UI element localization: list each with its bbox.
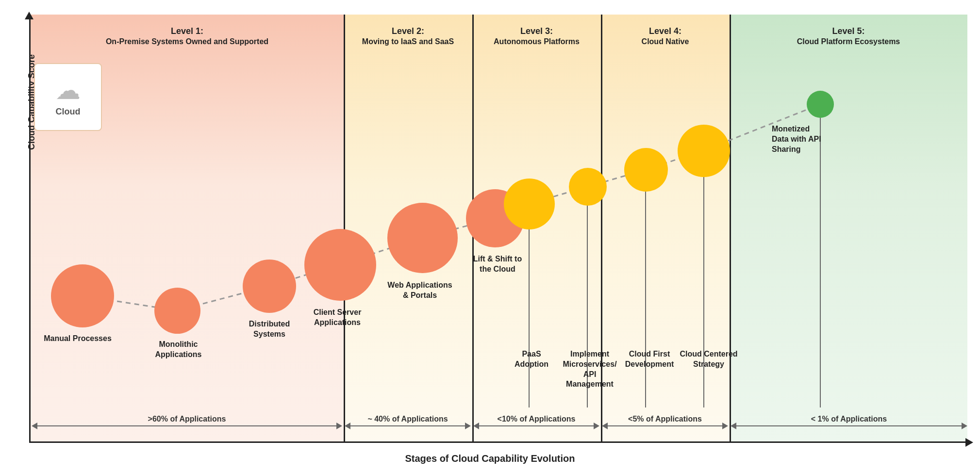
chart-container: Level 1: On-Premise Systems Owned and Su… xyxy=(0,0,980,472)
bubble-cloud-first xyxy=(624,148,668,192)
pct-level1-arrow-right xyxy=(336,423,342,429)
label-monetized: MonetizedData with APISharing xyxy=(772,124,874,154)
level-2-number: Level 2: xyxy=(392,26,424,37)
pct-level2-row xyxy=(345,423,471,429)
label-manual: Manual Processes xyxy=(29,334,126,344)
cloud-label: Cloud xyxy=(56,107,81,117)
level-4-title: Cloud Native xyxy=(642,37,689,47)
pct-level5-arrow-left xyxy=(731,423,736,429)
pct-level2-arrow-left xyxy=(345,423,350,429)
label-lift-shift: Lift & Shift tothe Cloud xyxy=(451,254,544,275)
x-axis xyxy=(29,441,970,443)
label-monolithic: MonolithicApplications xyxy=(138,340,218,360)
divider-4-5 xyxy=(730,15,731,443)
pct-level3-arrow-left xyxy=(473,423,479,429)
pct-level4-row xyxy=(602,423,728,429)
pct-level2-label: ~ 40% of Applications xyxy=(345,415,471,423)
pct-level3-label: <10% of Applications xyxy=(473,415,599,423)
pct-level5-label: < 1% of Applications xyxy=(731,415,967,423)
pct-level1-row xyxy=(32,423,342,429)
bubble-monolithic xyxy=(154,288,200,334)
bubble-paas xyxy=(504,179,555,229)
x-axis-label: Stages of Cloud Capability Evolution xyxy=(405,453,575,464)
bubble-monetized xyxy=(807,91,834,118)
level-1-header: Level 1: On-Premise Systems Owned and Su… xyxy=(31,15,344,58)
level-5-header: Level 5: Cloud Platform Ecosystems xyxy=(730,15,967,58)
y-axis-arrow xyxy=(25,12,33,19)
pct-level1-arrow-left xyxy=(32,423,37,429)
level-3-header: Level 3: Autonomous Platforms xyxy=(472,15,601,58)
level-5-section: Level 5: Cloud Platform Ecosystems xyxy=(730,15,967,443)
level-2-header: Level 2: Moving to IaaS and SaaS xyxy=(344,15,472,58)
bubble-client-server xyxy=(304,229,376,301)
pct-level4-arrow-right xyxy=(722,423,728,429)
level-4-header: Level 4: Cloud Native xyxy=(601,15,730,58)
cloud-box: ☁ Cloud xyxy=(34,63,102,131)
bubble-microservices xyxy=(569,168,607,206)
pct-level5-row xyxy=(731,423,967,429)
level-1-number: Level 1: xyxy=(171,26,203,37)
pct-level5-line xyxy=(736,425,962,426)
level-3-number: Level 3: xyxy=(520,26,553,37)
pct-level3-line xyxy=(479,425,594,426)
pct-level2-arrow-right xyxy=(465,423,471,429)
bubble-web-apps xyxy=(387,203,458,273)
cloud-icon: ☁ xyxy=(55,78,81,103)
bubble-distributed xyxy=(243,260,296,313)
pct-level4-arrow-left xyxy=(602,423,608,429)
level-1-title: On-Premise Systems Owned and Supported xyxy=(106,37,268,47)
label-web-apps: Web Applications& Portals xyxy=(366,280,473,301)
pct-level3-row xyxy=(473,423,599,429)
pct-level4-line xyxy=(608,425,722,426)
pct-level5-arrow-right xyxy=(962,423,967,429)
level-5-title: Cloud Platform Ecosystems xyxy=(797,37,900,47)
label-cloud-centered: Cloud CenteredStrategy xyxy=(660,349,757,370)
pct-level1-label: >60% of Applications xyxy=(32,415,342,423)
pct-level2-line xyxy=(350,425,465,426)
bubble-cloud-centered xyxy=(678,125,730,177)
level-3-title: Autonomous Platforms xyxy=(494,37,580,47)
x-axis-arrow xyxy=(965,438,973,447)
level-4-number: Level 4: xyxy=(649,26,681,37)
pct-level4-label: <5% of Applications xyxy=(602,415,728,423)
pct-level1-line xyxy=(37,425,336,426)
pct-level3-arrow-right xyxy=(594,423,599,429)
level-2-title: Moving to IaaS and SaaS xyxy=(362,37,454,47)
bubble-manual xyxy=(51,264,114,327)
label-client-server: Client ServerApplications xyxy=(286,308,388,328)
level-5-number: Level 5: xyxy=(832,26,864,37)
